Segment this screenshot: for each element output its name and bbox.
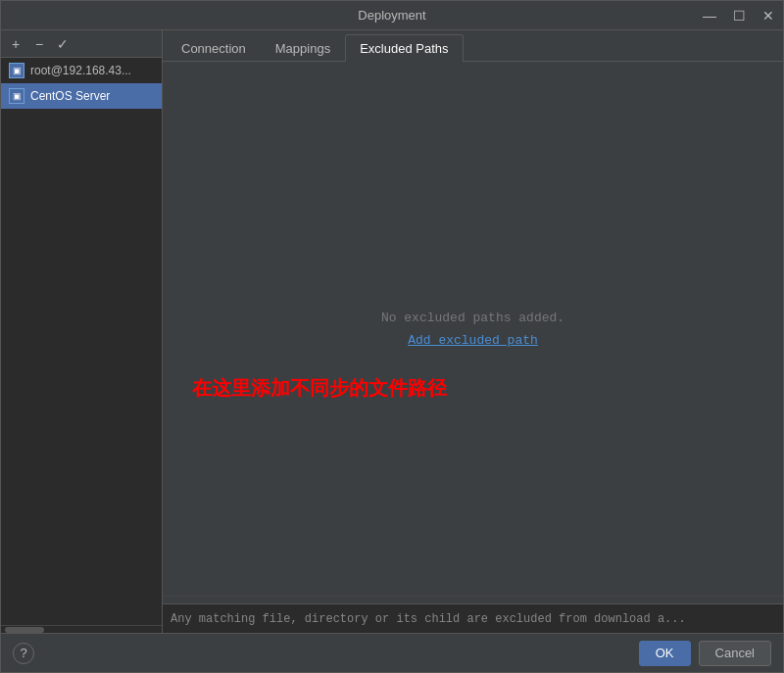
confirm-item-button[interactable]: ✓ — [52, 33, 74, 55]
cancel-button[interactable]: Cancel — [699, 641, 771, 666]
root-server-icon: ▣ — [9, 63, 24, 78]
sidebar-toolbar: + − ✓ — [1, 30, 162, 58]
right-panel: Connection Mappings Excluded Paths No ex… — [163, 30, 783, 633]
dialog-buttons: OK Cancel — [639, 641, 771, 666]
minimize-button[interactable]: — — [695, 1, 724, 30]
tab-bar: Connection Mappings Excluded Paths — [163, 30, 783, 62]
sidebar-item-root-label: root@192.168.43... — [30, 64, 131, 77]
title-bar: Deployment — ☐ ✕ — [1, 1, 783, 30]
sidebar-item-centos-label: CentOS Server — [30, 89, 110, 103]
sidebar-item-centos[interactable]: ▣ CentOS Server — [1, 83, 162, 109]
main-content: + − ✓ ▣ root@192.168.43... ▣ CentOS Serv… — [1, 30, 783, 633]
remove-item-button[interactable]: − — [28, 33, 50, 55]
sidebar: + − ✓ ▣ root@192.168.43... ▣ CentOS Serv… — [1, 30, 163, 633]
sidebar-item-root[interactable]: ▣ root@192.168.43... — [1, 58, 162, 83]
deployment-window: Deployment — ☐ ✕ + − ✓ ▣ root@192.168.43… — [0, 0, 784, 673]
maximize-button[interactable]: ☐ — [724, 1, 754, 30]
tab-mappings[interactable]: Mappings — [261, 34, 345, 62]
sidebar-scrollbar[interactable] — [1, 625, 162, 633]
status-text: Any matching file, directory or its chil… — [171, 612, 686, 626]
content-scrollbar[interactable] — [163, 596, 783, 603]
bottom-bar: ? OK Cancel — [1, 633, 783, 672]
content-area: No excluded paths added. Add excluded pa… — [163, 62, 783, 603]
help-button[interactable]: ? — [13, 643, 34, 664]
empty-message: No excluded paths added. — [381, 311, 564, 325]
empty-state: No excluded paths added. Add excluded pa… — [163, 62, 783, 596]
ok-button[interactable]: OK — [639, 641, 691, 666]
add-excluded-path-link[interactable]: Add excluded path — [408, 333, 538, 348]
window-controls: — ☐ ✕ — [695, 1, 783, 29]
tab-connection[interactable]: Connection — [167, 34, 261, 62]
status-bar: Any matching file, directory or its chil… — [163, 603, 783, 633]
tab-excluded-paths[interactable]: Excluded Paths — [345, 34, 463, 62]
window-title: Deployment — [358, 8, 425, 23]
add-item-button[interactable]: + — [5, 33, 26, 55]
centos-server-icon: ▣ — [9, 88, 24, 104]
close-button[interactable]: ✕ — [754, 1, 783, 30]
sidebar-scrollbar-thumb — [5, 627, 44, 633]
